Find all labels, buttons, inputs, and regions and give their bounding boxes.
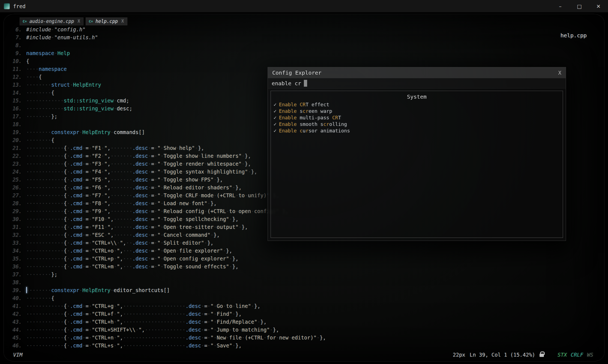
- line-number: 18.: [10, 120, 22, 128]
- fuzzy-match-text: Enable: [279, 108, 297, 114]
- code-line[interactable]: 44.············{·.cmd·=·"CTRL+SHIFT+\\·"…: [10, 326, 601, 334]
- code-line[interactable]: 40.········{: [10, 294, 601, 302]
- minimize-button[interactable]: –: [551, 0, 570, 12]
- line-number: 14.: [10, 89, 22, 97]
- code-line[interactable]: 34.············{·.cmd·=·"CTRL+o·",···.de…: [10, 247, 601, 255]
- font-size-indicator: 22px: [453, 352, 465, 358]
- config-search-value: enable cr: [272, 80, 301, 87]
- fuzzy-match-text: c: [300, 128, 303, 134]
- code-line[interactable]: 6.#include·"config.h": [10, 26, 601, 34]
- option-text: [297, 102, 300, 107]
- line-number: 9.: [10, 49, 22, 57]
- code-line[interactable]: 42.············{·.cmd·=·"CTRL+f·",······…: [10, 310, 601, 318]
- line-number: 20.: [10, 136, 22, 144]
- fuzzy-match-text: cr: [323, 121, 329, 127]
- line-number: 30.: [10, 215, 22, 223]
- line-number: 42.: [10, 310, 22, 318]
- config-close-button[interactable]: X: [558, 70, 561, 76]
- option-text: multi-pass: [297, 115, 332, 120]
- code-line[interactable]: 37.········};: [10, 271, 601, 278]
- config-option[interactable]: ✓Enable screen warp: [274, 108, 560, 114]
- config-section-title: System: [274, 93, 560, 101]
- fuzzy-match-text: CR: [300, 102, 306, 107]
- window-controls: – □ ✕: [551, 0, 608, 12]
- option-text: smooth s: [297, 121, 324, 127]
- tab-close-button[interactable]: X: [77, 19, 80, 24]
- crt-surface: C+audio-engine.cppXC+help.cppX help.cpp …: [4, 14, 604, 361]
- tab-help.cpp[interactable]: C+help.cppX: [86, 17, 127, 25]
- line-number: 27.: [10, 192, 22, 199]
- code-line[interactable]: 41.············{·.cmd·=·"CTRL+g·",······…: [10, 302, 601, 310]
- checkbox-checked-icon[interactable]: ✓: [274, 115, 277, 120]
- line-number: 32.: [10, 231, 22, 239]
- fuzzy-match-text: Enable: [279, 102, 297, 107]
- line-number: 10.: [10, 57, 22, 65]
- line-number: 37.: [10, 271, 22, 278]
- line-number: 31.: [10, 223, 22, 231]
- line-number: 28.: [10, 199, 22, 207]
- status-bar: VIM 22px Ln 39, Col 1 (15.42%) STXCRLFWS: [13, 350, 593, 359]
- tab-close-button[interactable]: X: [121, 19, 124, 24]
- code-line[interactable]: 7.#include·"enum-utils.h": [10, 34, 601, 41]
- code-line[interactable]: 38.: [10, 278, 601, 286]
- code-line[interactable]: 46.············{·.cmd·=·"CTRL+s·",······…: [10, 342, 601, 349]
- close-button[interactable]: ✕: [589, 0, 608, 12]
- line-number: 21.: [10, 144, 22, 152]
- config-search-input[interactable]: enable cr: [268, 78, 566, 89]
- config-option[interactable]: ✓Enable cursor animations: [274, 128, 560, 134]
- maximize-button[interactable]: □: [570, 0, 589, 12]
- config-explorer-title: Config Explorer: [272, 69, 322, 76]
- code-line[interactable]: 9.namespace·Help: [10, 49, 601, 57]
- line-number: 25.: [10, 176, 22, 184]
- config-options-list: System ✓Enable CRT effect✓Enable screen …: [271, 91, 563, 238]
- code-line[interactable]: 39.········constexpr·HelpEntry·editor_sh…: [10, 286, 601, 294]
- line-number: 15.: [10, 97, 22, 105]
- line-number: 43.: [10, 318, 22, 326]
- line-number: 23.: [10, 160, 22, 168]
- fuzzy-match-text: Enable: [279, 115, 297, 120]
- config-option[interactable]: ✓Enable smooth scrolling: [274, 121, 560, 128]
- code-line[interactable]: 36.············{·.cmd·=·"CTRL+m·",···.de…: [10, 263, 601, 271]
- status-right-cluster: 22px Ln 39, Col 1 (15.42%) STXCRLFWS: [453, 352, 593, 358]
- option-text: s: [297, 108, 303, 114]
- line-number: 7.: [10, 34, 22, 41]
- option-text: T effect: [306, 102, 329, 107]
- line-number: 34.: [10, 247, 22, 255]
- config-option[interactable]: ✓Enable multi-pass CRT: [274, 114, 560, 121]
- line-number: 33.: [10, 239, 22, 247]
- checkbox-checked-icon[interactable]: ✓: [274, 121, 277, 127]
- code-line[interactable]: 10.{: [10, 57, 601, 65]
- config-explorer-header[interactable]: Config Explorer X: [268, 67, 566, 78]
- config-option[interactable]: ✓Enable CRT effect: [274, 101, 560, 108]
- line-number: 24.: [10, 168, 22, 176]
- checkbox-checked-icon[interactable]: ✓: [274, 108, 277, 114]
- lock-icon: [540, 354, 544, 357]
- option-text: T: [338, 115, 341, 120]
- cpp-file-icon: C+: [89, 19, 93, 23]
- window-title: fred: [13, 3, 26, 9]
- option-text: een warp: [309, 108, 332, 114]
- line-number: 26.: [10, 184, 22, 192]
- text-cursor-icon: [304, 80, 307, 87]
- line-number: 40.: [10, 294, 22, 302]
- line-number: 29.: [10, 207, 22, 215]
- line-number: 41.: [10, 302, 22, 310]
- code-line[interactable]: 35.············{·.cmd·=·"CTRL+p·",···.de…: [10, 255, 601, 263]
- option-text: [297, 128, 300, 134]
- code-line[interactable]: 8.: [10, 41, 601, 49]
- checkbox-checked-icon[interactable]: ✓: [274, 102, 277, 107]
- checkbox-checked-icon[interactable]: ✓: [274, 128, 277, 134]
- line-number: 13.: [10, 81, 22, 89]
- active-filename-overlay: help.cpp: [561, 32, 587, 39]
- tab-label: help.cpp: [95, 19, 118, 24]
- line-number: 11.: [10, 65, 22, 73]
- line-number: 38.: [10, 278, 22, 286]
- status-flags: STXCRLFWS: [558, 352, 593, 358]
- line-number: 36.: [10, 263, 22, 271]
- code-line[interactable]: 45.············{·.cmd·=·"CTRL+n·",······…: [10, 334, 601, 342]
- status-flag-stx: STX: [558, 352, 567, 358]
- line-number: 35.: [10, 255, 22, 263]
- tab-audio-engine.cpp[interactable]: C+audio-engine.cppX: [20, 17, 83, 25]
- option-text: u: [303, 128, 306, 134]
- code-line[interactable]: 43.············{·.cmd·=·"CTRL+h·",······…: [10, 318, 601, 326]
